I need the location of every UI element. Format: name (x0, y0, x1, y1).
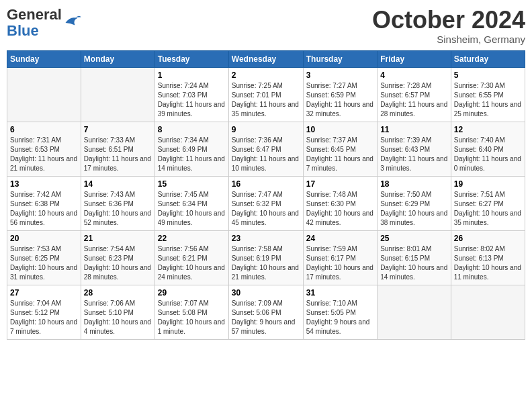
calendar-cell: 24Sunrise: 7:59 AMSunset: 6:17 PMDayligh… (303, 230, 377, 285)
day-number: 1 (158, 71, 226, 80)
day-number: 10 (306, 125, 374, 134)
logo-general: General (7, 7, 62, 23)
calendar-week-row: 27Sunrise: 7:04 AMSunset: 5:12 PMDayligh… (7, 285, 525, 339)
day-number: 8 (158, 125, 226, 134)
header: General Blue October 2024 Sinsheim, Germ… (7, 7, 525, 45)
day-number: 14 (84, 179, 152, 189)
day-info: Sunrise: 7:39 AMSunset: 6:43 PMDaylight:… (380, 136, 448, 173)
month-title: October 2024 (372, 7, 525, 34)
calendar-cell: 8Sunrise: 7:34 AMSunset: 6:49 PMDaylight… (154, 122, 228, 176)
weekday-header: Tuesday (154, 50, 228, 67)
calendar-cell: 26Sunrise: 8:02 AMSunset: 6:13 PMDayligh… (451, 230, 525, 285)
day-info: Sunrise: 7:36 AMSunset: 6:47 PMDaylight:… (232, 136, 300, 173)
calendar-cell: 5Sunrise: 7:30 AMSunset: 6:55 PMDaylight… (451, 67, 525, 122)
day-info: Sunrise: 7:27 AMSunset: 6:59 PMDaylight:… (306, 81, 374, 119)
calendar-cell: 22Sunrise: 7:56 AMSunset: 6:21 PMDayligh… (154, 230, 228, 285)
calendar-cell (7, 67, 81, 122)
weekday-header: Sunday (7, 50, 81, 67)
day-info: Sunrise: 7:04 AMSunset: 5:12 PMDaylight:… (10, 299, 78, 336)
day-number: 30 (232, 288, 300, 298)
calendar-week-row: 13Sunrise: 7:42 AMSunset: 6:38 PMDayligh… (7, 176, 525, 230)
day-info: Sunrise: 7:45 AMSunset: 6:34 PMDaylight:… (158, 190, 226, 228)
location: Sinsheim, Germany (372, 34, 525, 45)
day-number: 5 (454, 71, 522, 80)
day-number: 16 (232, 179, 300, 189)
day-number: 24 (306, 234, 374, 243)
day-number: 4 (380, 71, 448, 80)
day-number: 23 (232, 234, 300, 243)
calendar-cell: 27Sunrise: 7:04 AMSunset: 5:12 PMDayligh… (7, 285, 81, 339)
weekday-header: Thursday (303, 50, 377, 67)
weekday-header-row: SundayMondayTuesdayWednesdayThursdayFrid… (7, 50, 525, 67)
day-info: Sunrise: 7:50 AMSunset: 6:29 PMDaylight:… (380, 190, 448, 228)
calendar-cell: 30Sunrise: 7:09 AMSunset: 5:06 PMDayligh… (228, 285, 303, 339)
day-info: Sunrise: 7:58 AMSunset: 6:19 PMDaylight:… (232, 244, 300, 282)
calendar-table: SundayMondayTuesdayWednesdayThursdayFrid… (7, 50, 525, 340)
weekday-header: Friday (378, 50, 451, 67)
calendar-cell: 31Sunrise: 7:10 AMSunset: 5:05 PMDayligh… (303, 285, 377, 339)
calendar-week-row: 1Sunrise: 7:24 AMSunset: 7:03 PMDaylight… (7, 67, 525, 122)
day-info: Sunrise: 7:48 AMSunset: 6:30 PMDaylight:… (306, 190, 374, 228)
calendar-cell: 15Sunrise: 7:45 AMSunset: 6:34 PMDayligh… (154, 176, 228, 230)
calendar-cell: 17Sunrise: 7:48 AMSunset: 6:30 PMDayligh… (303, 176, 377, 230)
day-info: Sunrise: 7:40 AMSunset: 6:40 PMDaylight:… (454, 136, 522, 173)
logo-text: General Blue (7, 7, 62, 39)
day-number: 19 (454, 179, 522, 189)
logo: General Blue (7, 7, 82, 39)
day-number: 25 (380, 234, 448, 243)
calendar-week-row: 20Sunrise: 7:53 AMSunset: 6:25 PMDayligh… (7, 230, 525, 285)
day-number: 20 (10, 234, 78, 243)
calendar-cell: 13Sunrise: 7:42 AMSunset: 6:38 PMDayligh… (7, 176, 81, 230)
day-info: Sunrise: 7:59 AMSunset: 6:17 PMDaylight:… (306, 244, 374, 282)
calendar-cell: 16Sunrise: 7:47 AMSunset: 6:32 PMDayligh… (228, 176, 303, 230)
calendar-cell (378, 285, 451, 339)
day-number: 15 (158, 179, 226, 189)
weekday-header: Wednesday (228, 50, 303, 67)
day-info: Sunrise: 7:34 AMSunset: 6:49 PMDaylight:… (158, 136, 226, 173)
day-number: 26 (454, 234, 522, 243)
calendar-cell: 21Sunrise: 7:54 AMSunset: 6:23 PMDayligh… (81, 230, 154, 285)
day-number: 31 (306, 288, 374, 298)
day-info: Sunrise: 8:02 AMSunset: 6:13 PMDaylight:… (454, 244, 522, 282)
calendar-cell: 4Sunrise: 7:28 AMSunset: 6:57 PMDaylight… (378, 67, 451, 122)
day-number: 6 (10, 125, 78, 134)
calendar-cell: 14Sunrise: 7:43 AMSunset: 6:36 PMDayligh… (81, 176, 154, 230)
calendar-cell (451, 285, 525, 339)
day-info: Sunrise: 7:47 AMSunset: 6:32 PMDaylight:… (232, 190, 300, 228)
calendar-cell: 19Sunrise: 7:51 AMSunset: 6:27 PMDayligh… (451, 176, 525, 230)
day-number: 17 (306, 179, 374, 189)
day-number: 27 (10, 288, 78, 298)
day-info: Sunrise: 7:06 AMSunset: 5:10 PMDaylight:… (84, 299, 152, 336)
day-info: Sunrise: 7:43 AMSunset: 6:36 PMDaylight:… (84, 190, 152, 228)
day-info: Sunrise: 7:53 AMSunset: 6:25 PMDaylight:… (10, 244, 78, 282)
logo-blue: Blue (7, 23, 62, 39)
day-number: 12 (454, 125, 522, 134)
day-info: Sunrise: 7:07 AMSunset: 5:08 PMDaylight:… (158, 299, 226, 336)
day-number: 22 (158, 234, 226, 243)
day-number: 18 (380, 179, 448, 189)
calendar-cell: 28Sunrise: 7:06 AMSunset: 5:10 PMDayligh… (81, 285, 154, 339)
calendar-cell: 3Sunrise: 7:27 AMSunset: 6:59 PMDaylight… (303, 67, 377, 122)
calendar-cell: 12Sunrise: 7:40 AMSunset: 6:40 PMDayligh… (451, 122, 525, 176)
day-number: 3 (306, 71, 374, 80)
calendar-cell: 11Sunrise: 7:39 AMSunset: 6:43 PMDayligh… (378, 122, 451, 176)
calendar-cell: 20Sunrise: 7:53 AMSunset: 6:25 PMDayligh… (7, 230, 81, 285)
day-info: Sunrise: 7:56 AMSunset: 6:21 PMDaylight:… (158, 244, 226, 282)
weekday-header: Saturday (451, 50, 525, 67)
day-info: Sunrise: 7:24 AMSunset: 7:03 PMDaylight:… (158, 81, 226, 119)
calendar-cell: 2Sunrise: 7:25 AMSunset: 7:01 PMDaylight… (228, 67, 303, 122)
title-block: October 2024 Sinsheim, Germany (372, 7, 525, 45)
day-info: Sunrise: 7:30 AMSunset: 6:55 PMDaylight:… (454, 81, 522, 119)
calendar-week-row: 6Sunrise: 7:31 AMSunset: 6:53 PMDaylight… (7, 122, 525, 176)
calendar-cell: 7Sunrise: 7:33 AMSunset: 6:51 PMDaylight… (81, 122, 154, 176)
calendar-cell: 25Sunrise: 8:01 AMSunset: 6:15 PMDayligh… (378, 230, 451, 285)
calendar-cell: 23Sunrise: 7:58 AMSunset: 6:19 PMDayligh… (228, 230, 303, 285)
day-info: Sunrise: 7:42 AMSunset: 6:38 PMDaylight:… (10, 190, 78, 228)
day-info: Sunrise: 7:28 AMSunset: 6:57 PMDaylight:… (380, 81, 448, 119)
day-info: Sunrise: 7:51 AMSunset: 6:27 PMDaylight:… (454, 190, 522, 228)
calendar-cell (81, 67, 154, 122)
day-info: Sunrise: 7:33 AMSunset: 6:51 PMDaylight:… (84, 136, 152, 173)
day-number: 11 (380, 125, 448, 134)
day-info: Sunrise: 7:25 AMSunset: 7:01 PMDaylight:… (232, 81, 300, 119)
day-info: Sunrise: 7:54 AMSunset: 6:23 PMDaylight:… (84, 244, 152, 282)
